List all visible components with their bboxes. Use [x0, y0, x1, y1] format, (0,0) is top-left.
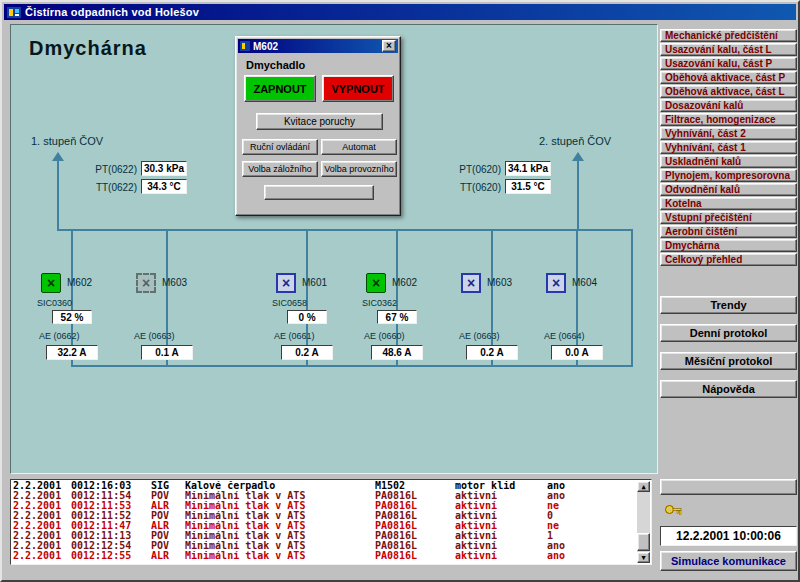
- log-scrollbar[interactable]: ▲ ▼: [637, 481, 650, 563]
- log-flag: 1: [547, 531, 587, 541]
- blower-name: M602: [392, 277, 417, 288]
- fault-ack-button[interactable]: Kvitace poruchy: [256, 113, 383, 130]
- blower-fan-icon[interactable]: ×: [41, 273, 61, 293]
- log-state: motor klid: [455, 481, 547, 491]
- blower-current-value: 0.2 A: [466, 345, 518, 360]
- sidebar-item[interactable]: Mechanické předčištění: [660, 29, 797, 42]
- log-row[interactable]: 2.2.2001 0012:12:54 POV Minimální tlak v…: [13, 541, 636, 551]
- scrollbar-thumb[interactable]: [637, 533, 650, 551]
- sidebar-item-label: Kotelna: [665, 198, 702, 209]
- blower-unit[interactable]: × M601 SIC0658 0 % AE (0661) 0.2 A: [260, 271, 356, 369]
- log-time: 0012:11:47: [71, 521, 151, 531]
- simulate-communication-button[interactable]: Simulace komunikace: [660, 551, 797, 571]
- select-backup-button[interactable]: Volba záložního: [242, 161, 318, 177]
- manual-mode-button[interactable]: Ruční ovládání: [242, 139, 318, 155]
- log-row[interactable]: 2.2.2001 0012:11:47 ALR Minimální tlak v…: [13, 521, 636, 531]
- sidebar-item[interactable]: Oběhová aktivace, část P: [660, 71, 797, 84]
- action-button[interactable]: Trendy: [660, 296, 797, 314]
- log-description: Minimální tlak v ATS: [185, 501, 375, 511]
- log-row[interactable]: 2.2.2001 0012:11:52 POV Minimální tlak v…: [13, 511, 636, 521]
- log-row[interactable]: 2.2.2001 0012:11:54 POV Minimální tlak v…: [13, 491, 636, 501]
- sidebar-item-label: Filtrace, homogenizace: [665, 114, 776, 125]
- blower-speed-value: 52 %: [52, 310, 92, 324]
- log-description: Minimální tlak v ATS: [185, 551, 375, 561]
- sidebar-item[interactable]: Dosazování kalů: [660, 99, 797, 112]
- blower-unit[interactable]: × M604 AE (0664) 0.0 A: [530, 271, 626, 369]
- log-row[interactable]: 2.2.2001 0012:11:53 ALR Minimální tlak v…: [13, 501, 636, 511]
- sidebar-item[interactable]: Oběhová aktivace, část L: [660, 85, 797, 98]
- sidebar-item[interactable]: Aerobní čištění: [660, 225, 797, 238]
- arrow-up-right-icon: [572, 152, 584, 161]
- blower-unit[interactable]: × M602 SIC0360 52 % AE (0662) 32.2 A: [25, 271, 121, 369]
- sidebar-item-label: Usazování kalu, část P: [665, 58, 772, 69]
- sidebar-item-label: Dmychárna: [665, 240, 719, 251]
- sidebar-item[interactable]: Usazování kalu, část P: [660, 57, 797, 70]
- action-button[interactable]: Denní protokol: [660, 324, 797, 342]
- blower-unit[interactable]: × M603 AE (0663) 0.1 A: [120, 271, 216, 369]
- stage-right-label: 2. stupeň ČOV: [539, 135, 611, 147]
- blower-current-value: 32.2 A: [46, 345, 98, 360]
- turn-on-button[interactable]: ZAPNOUT: [244, 75, 316, 102]
- log-time: 0012:11:53: [71, 501, 151, 511]
- blower-fan-icon[interactable]: ×: [136, 273, 156, 293]
- sidebar-item-label: Dosazování kalů: [665, 100, 743, 111]
- event-log-rows: 2.2.2001 0012:16:03 SIG Kalové čerpadlo …: [13, 481, 636, 563]
- auto-mode-button[interactable]: Automat: [321, 139, 397, 155]
- log-type: ALR: [151, 551, 185, 561]
- tt-left-value: 34.3 °C: [141, 179, 187, 194]
- sidebar-item[interactable]: Uskladnění kalů: [660, 155, 797, 168]
- sidebar-item[interactable]: Filtrace, homogenizace: [660, 113, 797, 126]
- log-type: SIG: [151, 481, 185, 491]
- action-button[interactable]: Měsíční protokol: [660, 352, 797, 370]
- tt-left-label: TT(0622): [93, 182, 137, 193]
- sidebar-item-label: Usazování kalu, část L: [665, 44, 772, 55]
- log-date: 2.2.2001: [13, 481, 71, 491]
- scroll-up-icon[interactable]: ▲: [637, 481, 650, 492]
- sidebar-item[interactable]: Vstupní přečištění: [660, 211, 797, 224]
- tt-right-value: 31.5 °C: [505, 179, 551, 194]
- close-icon[interactable]: ×: [382, 40, 396, 52]
- log-tag: PA0816L: [375, 551, 455, 561]
- log-date: 2.2.2001: [13, 541, 71, 551]
- scroll-down-icon[interactable]: ▼: [637, 552, 650, 563]
- action-button[interactable]: Nápověda: [660, 380, 797, 398]
- sidebar-item[interactable]: Celkový přehled: [660, 253, 797, 266]
- sidebar-item[interactable]: Vyhnívání, část 2: [660, 127, 797, 140]
- blower-name: M604: [572, 277, 597, 288]
- sidebar-item[interactable]: Kotelna: [660, 197, 797, 210]
- log-date: 2.2.2001: [13, 491, 71, 501]
- blower-fan-icon[interactable]: ×: [546, 273, 566, 293]
- log-flag: ano: [547, 551, 587, 561]
- log-time: 0012:12:54: [71, 541, 151, 551]
- event-log: 2.2.2001 0012:16:03 SIG Kalové čerpadlo …: [10, 479, 652, 565]
- blower-fan-icon[interactable]: ×: [276, 273, 296, 293]
- pipe-left-riser: [57, 161, 59, 231]
- blower-sic: SIC0362: [362, 298, 397, 308]
- sidebar-item[interactable]: Dmychárna: [660, 239, 797, 252]
- blower-current-label: AE (0660): [364, 331, 405, 341]
- sidebar-item[interactable]: Plynojem, kompresorovna: [660, 169, 797, 182]
- action-button-label: Měsíční protokol: [685, 355, 772, 367]
- sidebar-item[interactable]: Odvodnění kalů: [660, 183, 797, 196]
- log-row[interactable]: 2.2.2001 0012:16:03 SIG Kalové čerpadlo …: [13, 481, 636, 491]
- blower-fan-icon[interactable]: ×: [366, 273, 386, 293]
- blower-current-label: AE (0663): [134, 331, 175, 341]
- log-description: Kalové čerpadlo: [185, 481, 375, 491]
- footer-disabled-button: [660, 479, 797, 495]
- blower-speed-value: 67 %: [377, 310, 417, 324]
- log-row[interactable]: 2.2.2001 0012:11:13 POV Minimální tlak v…: [13, 531, 636, 541]
- blower-fan-icon[interactable]: ×: [461, 273, 481, 293]
- turn-off-button[interactable]: VYPNOUT: [322, 75, 394, 102]
- sidebar-item[interactable]: Vyhnívání, část 1: [660, 141, 797, 154]
- log-time: 0012:12:55: [71, 551, 151, 561]
- blower-name: M601: [302, 277, 327, 288]
- log-row[interactable]: 2.2.2001 0012:12:55 ALR Minimální tlak v…: [13, 551, 636, 561]
- log-flag: ano: [547, 541, 587, 551]
- sidebar-item[interactable]: Usazování kalu, část L: [660, 43, 797, 56]
- blower-unit[interactable]: × M602 SIC0362 67 % AE (0660) 48.6 A: [350, 271, 446, 369]
- log-date: 2.2.2001: [13, 521, 71, 531]
- window-titlebar[interactable]: Čistírna odpadních vod Holešov: [4, 4, 796, 20]
- blower-unit[interactable]: × M603 AE (0663) 0.2 A: [445, 271, 541, 369]
- select-primary-button[interactable]: Volba provozního: [321, 161, 397, 177]
- dialog-titlebar[interactable]: M602 ×: [238, 39, 398, 53]
